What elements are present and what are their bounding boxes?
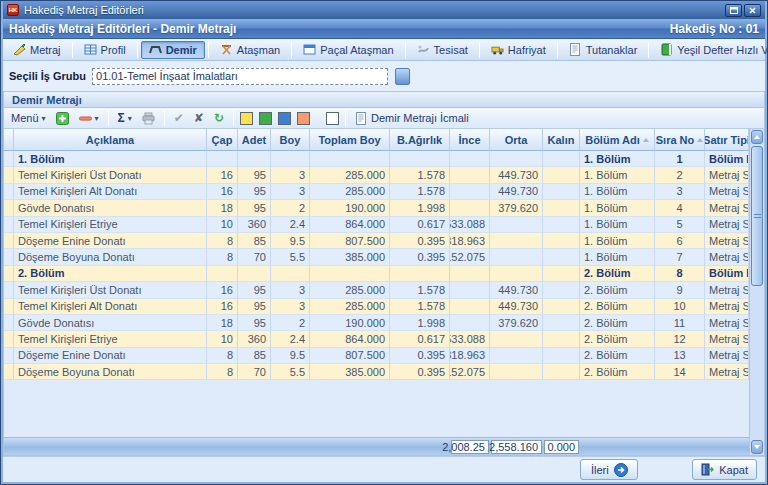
grid-cell[interactable] [450, 299, 490, 315]
grid-cell[interactable]: 18 [207, 200, 238, 216]
tab-hafriyat[interactable]: Hafriyat [483, 41, 554, 59]
grid-cell[interactable]: 8 [207, 249, 238, 265]
grid-cell[interactable]: 807.500 [310, 233, 390, 249]
grid-cell[interactable]: 5.5 [271, 249, 310, 265]
grid-cell[interactable]: 1. Bölüm [580, 233, 655, 249]
grid-cell[interactable]: 807.500 [310, 348, 390, 364]
sum-button[interactable]: Σ▾ [115, 111, 135, 125]
grid-cell[interactable] [543, 315, 580, 331]
row-indicator[interactable] [4, 315, 14, 331]
grid-cell[interactable]: 85 [238, 233, 271, 249]
grid-cell[interactable]: Temel Kirişleri Üst Donatı [14, 167, 207, 183]
grid-cell[interactable]: 95 [238, 315, 271, 331]
grid-cell[interactable]: 16 [207, 184, 238, 200]
column-header-s-ra-no[interactable]: Sıra No [655, 129, 705, 151]
table-row[interactable]: Temel Kirişleri Alt Donatı16953285.0001.… [4, 184, 749, 200]
scrollbar-thumb[interactable] [751, 146, 763, 286]
row-indicator[interactable] [4, 348, 14, 364]
grid-cell[interactable]: 13 [655, 348, 705, 364]
grid-cell[interactable] [450, 266, 490, 282]
grid-cell[interactable]: 0.395 [390, 364, 450, 380]
tab-ye-il-defter-h-zl-veri-giri-i[interactable]: Yeşil Defter Hızlı Veri Girişi [652, 41, 768, 59]
column-header-toplam-boy[interactable]: Toplam Boy [310, 129, 390, 151]
grid-cell[interactable]: 318.963 [450, 233, 490, 249]
grid-cell[interactable]: 70 [238, 249, 271, 265]
grid-cell[interactable] [543, 364, 580, 380]
grid-cell[interactable] [207, 266, 238, 282]
grid-cell[interactable]: 9.5 [271, 233, 310, 249]
grid-cell[interactable] [490, 348, 543, 364]
table-row[interactable]: Temel Kirişleri Üst Donatı16953285.0001.… [4, 167, 749, 183]
grid-cell[interactable]: Metraj Sa [705, 249, 749, 265]
icmal-button[interactable]: Demir Metrajı İcmali [352, 111, 472, 126]
grid-cell[interactable]: Metraj Sa [705, 315, 749, 331]
grid-cell[interactable]: 7 [655, 249, 705, 265]
print-button[interactable] [139, 111, 158, 126]
grid-cell[interactable] [310, 266, 390, 282]
restore-icon[interactable] [725, 4, 742, 17]
tab-pa-al-ata-man[interactable]: Paçal Ataşman [295, 41, 401, 59]
grid-cell[interactable]: Metraj Sa [705, 282, 749, 298]
grid-cell[interactable]: 95 [238, 299, 271, 315]
row-indicator[interactable] [4, 282, 14, 298]
grid-cell[interactable] [490, 249, 543, 265]
grid-cell[interactable] [543, 233, 580, 249]
grid-cell[interactable]: 10 [207, 331, 238, 347]
row-indicator[interactable] [4, 249, 14, 265]
grid-cell[interactable]: Gövde Donatısı [14, 315, 207, 331]
grid-cell[interactable]: 10 [655, 299, 705, 315]
grid-cell[interactable]: 285.000 [310, 282, 390, 298]
grid-cell[interactable]: 14 [655, 364, 705, 380]
grid-cell[interactable] [490, 233, 543, 249]
grid-cell[interactable] [543, 167, 580, 183]
grid-cell[interactable] [543, 282, 580, 298]
row-indicator[interactable] [4, 217, 14, 233]
grid-cell[interactable]: 1. Bölüm [580, 167, 655, 183]
grid-cell[interactable] [490, 151, 543, 167]
grid-cell[interactable]: 385.000 [310, 249, 390, 265]
grid-cell[interactable]: Metraj Sa [705, 233, 749, 249]
grid-cell[interactable]: 8 [207, 364, 238, 380]
grid-cell[interactable]: 18 [207, 315, 238, 331]
grid-cell[interactable]: 1.578 [390, 282, 450, 298]
grid-cell[interactable]: 1.998 [390, 200, 450, 216]
grid-cell[interactable] [238, 266, 271, 282]
grid-cell[interactable]: Metraj Sa [705, 167, 749, 183]
grid-cell[interactable]: 6 [655, 233, 705, 249]
grid-cell[interactable]: 190.000 [310, 315, 390, 331]
grid-cell[interactable]: 11 [655, 315, 705, 331]
row-color-swatch-4[interactable] [326, 112, 339, 125]
grid-cell[interactable]: Bölüm Baş [705, 151, 749, 167]
section-row[interactable]: 1. Bölüm1. Bölüm1Bölüm Baş [4, 151, 749, 167]
row-indicator[interactable] [4, 299, 14, 315]
column-header-b-l-m-ad-[interactable]: Bölüm Adı [580, 129, 655, 151]
grid-cell[interactable]: Metraj Sa [705, 184, 749, 200]
grid-cell[interactable]: 2 [271, 200, 310, 216]
grid-cell[interactable]: 3 [271, 282, 310, 298]
grid-cell[interactable]: 2. Bölüm [580, 282, 655, 298]
column-header-orta[interactable]: Orta [490, 129, 543, 151]
grid-cell[interactable]: 2. Bölüm [580, 364, 655, 380]
grid-cell[interactable] [450, 282, 490, 298]
grid-cell[interactable]: Metraj Sa [705, 331, 749, 347]
grid-cell[interactable]: 1. Bölüm [580, 217, 655, 233]
column-header-b-a-rl-k[interactable]: B.Ağırlık [390, 129, 450, 151]
grid-cell[interactable] [450, 184, 490, 200]
grid-cell[interactable] [543, 151, 580, 167]
grid-cell[interactable]: 152.075 [450, 364, 490, 380]
grid-cell[interactable]: 3 [271, 184, 310, 200]
grid-cell[interactable]: Gövde Donatısı [14, 200, 207, 216]
column-header--ap[interactable]: Çap [207, 129, 238, 151]
grid-cell[interactable]: 385.000 [310, 364, 390, 380]
grid-cell[interactable]: Temel Kirişleri Etriye [14, 331, 207, 347]
grid-cell[interactable]: 285.000 [310, 184, 390, 200]
grid-cell[interactable]: 449.730 [490, 184, 543, 200]
grid-cell[interactable] [490, 364, 543, 380]
column-header-i-nce[interactable]: İnce [450, 129, 490, 151]
grid-cell[interactable] [390, 151, 450, 167]
grid-cell[interactable]: 10 [207, 217, 238, 233]
grid-cell[interactable]: 190.000 [310, 200, 390, 216]
work-group-combo[interactable]: 01.01-Temel İnşaat İmalatları [92, 68, 388, 85]
grid-cell[interactable]: 379.620 [490, 315, 543, 331]
tab-ata-man[interactable]: Ataşman [212, 41, 288, 59]
